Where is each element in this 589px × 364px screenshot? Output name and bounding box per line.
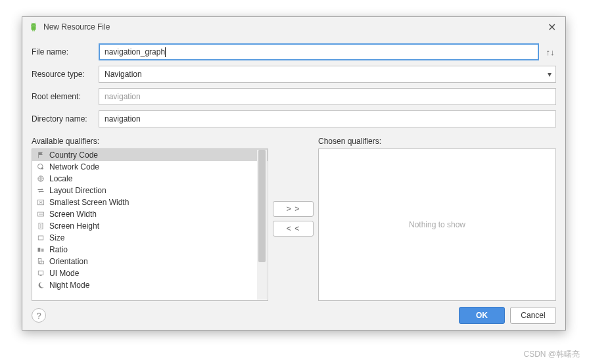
row-resource-type: Resource type: Navigation ▾ <box>32 66 556 83</box>
ok-button[interactable]: OK <box>459 307 505 324</box>
list-item-label: Orientation <box>49 257 88 266</box>
list-item-label: Night Mode <box>49 281 89 290</box>
chosen-listbox[interactable]: Nothing to show <box>318 148 556 301</box>
svg-rect-12 <box>40 275 42 276</box>
close-button[interactable]: ✕ <box>545 21 559 34</box>
resource-type-label: Resource type: <box>32 70 99 79</box>
list-item-label: Screen Width <box>49 210 97 219</box>
list-item-label: Size <box>49 233 64 242</box>
text-cursor <box>165 47 166 57</box>
row-root-element: Root element: navigation <box>32 88 556 105</box>
list-item[interactable]: Ratio <box>32 244 268 256</box>
list-item[interactable]: Layout Direction <box>32 185 268 196</box>
list-item[interactable]: Size <box>32 232 268 244</box>
chevron-down-icon: ▾ <box>548 70 552 79</box>
orient-icon <box>36 257 45 266</box>
list-item[interactable]: Country Code <box>32 149 268 161</box>
svg-rect-11 <box>38 271 43 275</box>
transfer-buttons: > > < < <box>268 137 318 301</box>
list-item[interactable]: UI Mode <box>32 267 268 279</box>
new-resource-file-dialog: New Resource File ✕ File name: navigatio… <box>22 16 566 330</box>
scrollbar-thumb[interactable] <box>258 150 266 262</box>
directory-name-value: navigation <box>105 114 141 124</box>
root-element-label: Root element: <box>32 92 99 101</box>
cancel-button[interactable]: Cancel <box>510 307 556 324</box>
dialog-title: New Resource File <box>43 22 545 32</box>
rect-icon <box>36 233 45 242</box>
directory-name-label: Directory name: <box>32 114 99 124</box>
root-element-value: navigation <box>105 92 141 101</box>
list-item[interactable]: Orientation <box>32 256 268 267</box>
scrollbar[interactable] <box>257 150 267 300</box>
list-item[interactable]: Locale <box>32 173 268 185</box>
titlebar: New Resource File ✕ <box>22 17 565 37</box>
w-icon <box>36 210 45 219</box>
resource-type-select[interactable]: Navigation ▾ <box>99 66 556 83</box>
watermark: CSDN @韩曙亮 <box>523 349 580 360</box>
list-item-label: Ratio <box>49 245 68 254</box>
file-name-label: File name: <box>32 47 99 57</box>
row-directory-name: Directory name: navigation <box>32 110 556 127</box>
list-item[interactable]: Night Mode <box>32 279 268 291</box>
sw-icon <box>36 198 45 207</box>
help-button[interactable]: ? <box>32 308 46 323</box>
list-item[interactable]: Network Code <box>32 161 268 173</box>
list-item-label: UI Mode <box>49 269 79 278</box>
list-item-label: Smallest Screen Width <box>49 198 129 207</box>
flag-icon <box>36 150 45 160</box>
available-column: Available qualifiers: Country CodeNetwor… <box>32 137 268 301</box>
file-name-input[interactable]: navigation_graph <box>99 43 539 60</box>
svg-rect-7 <box>38 248 41 252</box>
moon-icon <box>36 281 45 290</box>
list-item-label: Network Code <box>49 162 99 171</box>
h-icon <box>36 221 45 231</box>
directory-name-input[interactable]: navigation <box>99 110 556 127</box>
dialog-body: File name: navigation_graph ↑↓ Resource … <box>22 37 565 301</box>
list-item-label: Locale <box>49 174 72 183</box>
svg-rect-6 <box>38 236 43 240</box>
arrows-icon <box>36 186 45 195</box>
android-icon <box>29 22 38 32</box>
row-file-name: File name: navigation_graph ↑↓ <box>32 43 556 60</box>
svg-rect-8 <box>41 249 44 252</box>
file-name-value: navigation_graph <box>105 47 165 57</box>
chosen-column: Chosen qualifiers: Nothing to show <box>318 137 556 301</box>
svg-point-1 <box>41 168 43 170</box>
ui-icon <box>36 269 45 278</box>
list-item[interactable]: Screen Height <box>32 220 268 232</box>
globe-icon <box>36 174 45 183</box>
root-element-input[interactable]: navigation <box>99 88 556 105</box>
swap-button[interactable]: ↑↓ <box>544 47 556 57</box>
dialog-footer: ? OK Cancel <box>22 301 565 330</box>
list-item-label: Country Code <box>49 150 98 160</box>
available-title: Available qualifiers: <box>32 137 268 146</box>
add-qualifier-button[interactable]: > > <box>273 201 314 217</box>
resource-type-value: Navigation <box>105 70 142 79</box>
list-item[interactable]: Screen Width <box>32 208 268 220</box>
list-item-label: Screen Height <box>49 221 99 231</box>
list-item-label: Layout Direction <box>49 186 106 195</box>
remove-qualifier-button[interactable]: < < <box>273 221 314 237</box>
chosen-empty-text: Nothing to show <box>409 220 465 229</box>
available-listbox[interactable]: Country CodeNetwork CodeLocaleLayout Dir… <box>32 148 268 301</box>
chosen-title: Chosen qualifiers: <box>318 137 556 146</box>
list-item[interactable]: Smallest Screen Width <box>32 196 268 208</box>
globe-pin-icon <box>36 162 45 171</box>
ratio-icon <box>36 245 45 254</box>
qualifiers-section: Available qualifiers: Country CodeNetwor… <box>32 137 556 301</box>
